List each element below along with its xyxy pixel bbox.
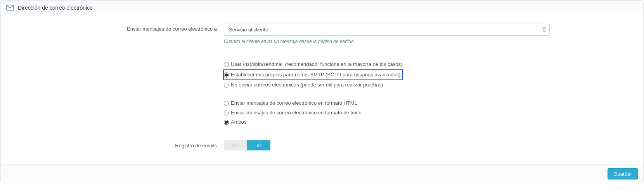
send-emails-to-label: Enviar mensajes de correo electrónico a (9, 24, 224, 32)
switch-no[interactable]: NO (224, 140, 247, 150)
radio-html[interactable]: Enviar mensajes de correo electrónico en… (224, 98, 550, 108)
radio-smtp[interactable]: Establecer mis propios parámetros SMTP (… (223, 69, 403, 81)
email-address-panel: Dirección de correo electrónico Enviar m… (0, 0, 644, 183)
radio-sendmail[interactable]: Usar /usr/sbin/sendmail (recomendado; fu… (224, 60, 550, 69)
email-log-switch[interactable]: NO SÍ (224, 140, 270, 150)
radio-none[interactable]: No enviar correos electrónicos (puede se… (224, 80, 550, 90)
radio-html-input[interactable] (224, 101, 229, 106)
switch-yes[interactable]: SÍ (247, 140, 270, 150)
radio-text[interactable]: Enviar mensajes de correo electrónico en… (224, 108, 550, 118)
radio-smtp-input[interactable] (224, 72, 229, 78)
panel-header: Dirección de correo electrónico (1, 1, 643, 15)
radio-both[interactable]: Ambos (224, 117, 550, 127)
radio-both-label: Ambos (231, 117, 246, 127)
mail-method-group: Usar /usr/sbin/sendmail (recomendado; fu… (224, 60, 550, 90)
radio-html-label: Enviar mensajes de correo electrónico en… (231, 98, 357, 108)
row-send-emails-to: Enviar mensajes de correo electrónico a … (9, 24, 635, 44)
send-emails-to-help: Cuando el cliente envía un mensaje desde… (224, 39, 550, 44)
radio-sendmail-label: Usar /usr/sbin/sendmail (recomendado; fu… (231, 60, 402, 69)
panel-body: Enviar mensajes de correo electrónico a … (1, 15, 643, 164)
radio-text-label: Enviar mensajes de correo electrónico en… (231, 108, 362, 118)
radio-none-input[interactable] (224, 83, 229, 88)
mail-format-group: Enviar mensajes de correo electrónico en… (224, 98, 550, 127)
radio-both-input[interactable] (224, 120, 229, 125)
radio-text-input[interactable] (224, 110, 229, 116)
email-log-label: Registro de emails (9, 140, 224, 148)
row-email-log: Registro de emails NO SÍ (9, 140, 635, 150)
mail-icon (6, 5, 14, 11)
save-button[interactable]: Guardar (608, 168, 638, 179)
panel-title: Dirección de correo electrónico (18, 5, 93, 11)
radio-sendmail-input[interactable] (224, 62, 229, 67)
radio-smtp-label: Establecer mis propios parámetros SMTP (… (231, 70, 401, 80)
row-mail-method: Usar /usr/sbin/sendmail (recomendado; fu… (9, 57, 635, 127)
send-emails-to-select[interactable]: Servicio al cliente (224, 24, 550, 36)
radio-none-label: No enviar correos electrónicos (puede se… (231, 80, 383, 90)
panel-footer: Guardar (1, 164, 643, 183)
